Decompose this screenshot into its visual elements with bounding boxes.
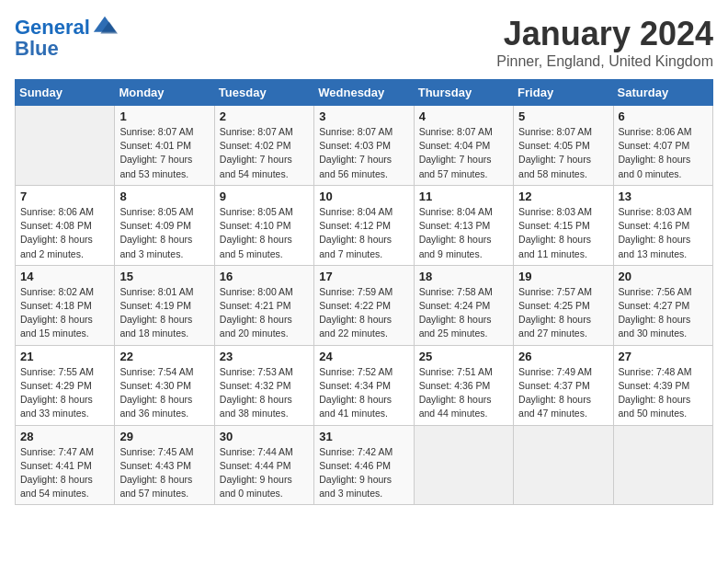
day-info: Sunrise: 7:55 AMSunset: 4:29 PMDaylight:… [20,365,109,421]
day-number: 31 [319,430,408,443]
day-info: Sunrise: 8:02 AMSunset: 4:18 PMDaylight:… [20,285,109,341]
day-info: Sunrise: 8:03 AMSunset: 4:16 PMDaylight:… [619,205,708,261]
day-info: Sunrise: 8:06 AMSunset: 4:07 PMDaylight:… [619,125,708,181]
day-number: 19 [518,270,608,283]
day-info: Sunrise: 7:49 AMSunset: 4:37 PMDaylight:… [518,365,608,421]
day-info: Sunrise: 8:04 AMSunset: 4:13 PMDaylight:… [419,205,508,261]
calendar-cell: 4Sunrise: 8:07 AMSunset: 4:04 PMDaylight… [414,106,513,186]
calendar-cell: 29Sunrise: 7:45 AMSunset: 4:43 PMDayligh… [115,425,214,505]
calendar-week-row: 1Sunrise: 8:07 AMSunset: 4:01 PMDaylight… [16,106,713,186]
day-info: Sunrise: 7:56 AMSunset: 4:27 PMDaylight:… [619,285,708,341]
calendar-cell: 7Sunrise: 8:06 AMSunset: 4:08 PMDaylight… [16,185,115,265]
day-info: Sunrise: 7:52 AMSunset: 4:34 PMDaylight:… [319,365,408,421]
day-info: Sunrise: 7:48 AMSunset: 4:39 PMDaylight:… [619,365,708,421]
day-number: 4 [419,109,508,123]
day-info: Sunrise: 8:03 AMSunset: 4:15 PMDaylight:… [518,205,608,261]
calendar-cell: 22Sunrise: 7:54 AMSunset: 4:30 PMDayligh… [115,345,214,425]
day-info: Sunrise: 8:04 AMSunset: 4:12 PMDaylight:… [319,205,408,261]
day-number: 5 [518,109,608,123]
day-number: 20 [619,270,708,283]
day-info: Sunrise: 8:07 AMSunset: 4:03 PMDaylight:… [319,125,408,181]
logo: General Blue [15,15,118,61]
weekday-header: Wednesday [314,80,414,106]
day-number: 6 [619,109,708,123]
weekday-header: Sunday [16,80,115,106]
day-info: Sunrise: 7:42 AMSunset: 4:46 PMDaylight:… [319,445,408,501]
day-number: 12 [518,190,608,203]
day-info: Sunrise: 8:05 AMSunset: 4:10 PMDaylight:… [220,205,309,261]
calendar-cell [16,106,115,186]
calendar-table: SundayMondayTuesdayWednesdayThursdayFrid… [15,79,713,505]
day-number: 24 [319,350,408,363]
calendar-cell [514,425,613,505]
day-info: Sunrise: 8:07 AMSunset: 4:02 PMDaylight:… [220,125,309,181]
weekday-header-row: SundayMondayTuesdayWednesdayThursdayFrid… [16,80,713,106]
day-number: 29 [119,430,209,443]
day-info: Sunrise: 8:07 AMSunset: 4:01 PMDaylight:… [119,125,209,181]
calendar-week-row: 7Sunrise: 8:06 AMSunset: 4:08 PMDaylight… [16,185,713,265]
logo-icon [92,15,118,40]
calendar-cell: 30Sunrise: 7:44 AMSunset: 4:44 PMDayligh… [214,425,313,505]
day-info: Sunrise: 7:57 AMSunset: 4:25 PMDaylight:… [518,285,608,341]
day-number: 22 [119,350,209,363]
day-number: 21 [20,350,109,363]
logo-text: General [15,17,90,39]
calendar-cell: 18Sunrise: 7:58 AMSunset: 4:24 PMDayligh… [414,265,513,345]
calendar-cell: 16Sunrise: 8:00 AMSunset: 4:21 PMDayligh… [214,265,313,345]
calendar-cell: 12Sunrise: 8:03 AMSunset: 4:15 PMDayligh… [514,185,613,265]
day-number: 9 [220,190,309,203]
calendar-cell [414,425,513,505]
day-info: Sunrise: 7:53 AMSunset: 4:32 PMDaylight:… [220,365,309,421]
day-number: 25 [419,350,508,363]
calendar-cell: 8Sunrise: 8:05 AMSunset: 4:09 PMDaylight… [115,185,214,265]
calendar-cell: 28Sunrise: 7:47 AMSunset: 4:41 PMDayligh… [16,425,115,505]
calendar-cell: 19Sunrise: 7:57 AMSunset: 4:25 PMDayligh… [514,265,613,345]
calendar-cell: 31Sunrise: 7:42 AMSunset: 4:46 PMDayligh… [314,425,414,505]
calendar-cell: 10Sunrise: 8:04 AMSunset: 4:12 PMDayligh… [314,185,414,265]
calendar-week-row: 21Sunrise: 7:55 AMSunset: 4:29 PMDayligh… [16,345,713,425]
day-number: 17 [319,270,408,283]
calendar-cell: 25Sunrise: 7:51 AMSunset: 4:36 PMDayligh… [414,345,513,425]
day-info: Sunrise: 7:59 AMSunset: 4:22 PMDaylight:… [319,285,408,341]
calendar-cell: 3Sunrise: 8:07 AMSunset: 4:03 PMDaylight… [314,106,414,186]
day-info: Sunrise: 7:54 AMSunset: 4:30 PMDaylight:… [119,365,209,421]
calendar-cell: 21Sunrise: 7:55 AMSunset: 4:29 PMDayligh… [16,345,115,425]
day-info: Sunrise: 7:58 AMSunset: 4:24 PMDaylight:… [419,285,508,341]
day-number: 11 [419,190,508,203]
calendar-cell: 27Sunrise: 7:48 AMSunset: 4:39 PMDayligh… [613,345,712,425]
calendar-cell: 9Sunrise: 8:05 AMSunset: 4:10 PMDaylight… [214,185,313,265]
weekday-header: Friday [514,80,613,106]
day-number: 30 [220,430,309,443]
day-info: Sunrise: 8:05 AMSunset: 4:09 PMDaylight:… [119,205,209,261]
day-info: Sunrise: 8:07 AMSunset: 4:04 PMDaylight:… [419,125,508,181]
page-header: General Blue January 2024 Pinner, Englan… [15,15,713,70]
day-number: 16 [220,270,309,283]
day-number: 7 [20,190,109,203]
day-number: 1 [119,109,209,123]
calendar-week-row: 14Sunrise: 8:02 AMSunset: 4:18 PMDayligh… [16,265,713,345]
day-number: 13 [619,190,708,203]
title-block: January 2024 Pinner, England, United Kin… [496,15,713,70]
day-number: 28 [20,430,109,443]
calendar-cell: 1Sunrise: 8:07 AMSunset: 4:01 PMDaylight… [115,106,214,186]
calendar-cell: 23Sunrise: 7:53 AMSunset: 4:32 PMDayligh… [214,345,313,425]
calendar-cell: 14Sunrise: 8:02 AMSunset: 4:18 PMDayligh… [16,265,115,345]
day-number: 14 [20,270,109,283]
day-info: Sunrise: 7:45 AMSunset: 4:43 PMDaylight:… [119,445,209,501]
day-number: 15 [119,270,209,283]
calendar-cell: 15Sunrise: 8:01 AMSunset: 4:19 PMDayligh… [115,265,214,345]
day-number: 10 [319,190,408,203]
day-info: Sunrise: 8:07 AMSunset: 4:05 PMDaylight:… [518,125,608,181]
calendar-cell: 11Sunrise: 8:04 AMSunset: 4:13 PMDayligh… [414,185,513,265]
weekday-header: Saturday [613,80,712,106]
calendar-cell: 17Sunrise: 7:59 AMSunset: 4:22 PMDayligh… [314,265,414,345]
calendar-cell: 13Sunrise: 8:03 AMSunset: 4:16 PMDayligh… [613,185,712,265]
day-info: Sunrise: 8:00 AMSunset: 4:21 PMDaylight:… [220,285,309,341]
day-info: Sunrise: 7:47 AMSunset: 4:41 PMDaylight:… [20,445,109,501]
calendar-cell: 5Sunrise: 8:07 AMSunset: 4:05 PMDaylight… [514,106,613,186]
day-number: 23 [220,350,309,363]
day-info: Sunrise: 8:06 AMSunset: 4:08 PMDaylight:… [20,205,109,261]
calendar-week-row: 28Sunrise: 7:47 AMSunset: 4:41 PMDayligh… [16,425,713,505]
day-number: 2 [220,109,309,123]
calendar-cell [613,425,712,505]
